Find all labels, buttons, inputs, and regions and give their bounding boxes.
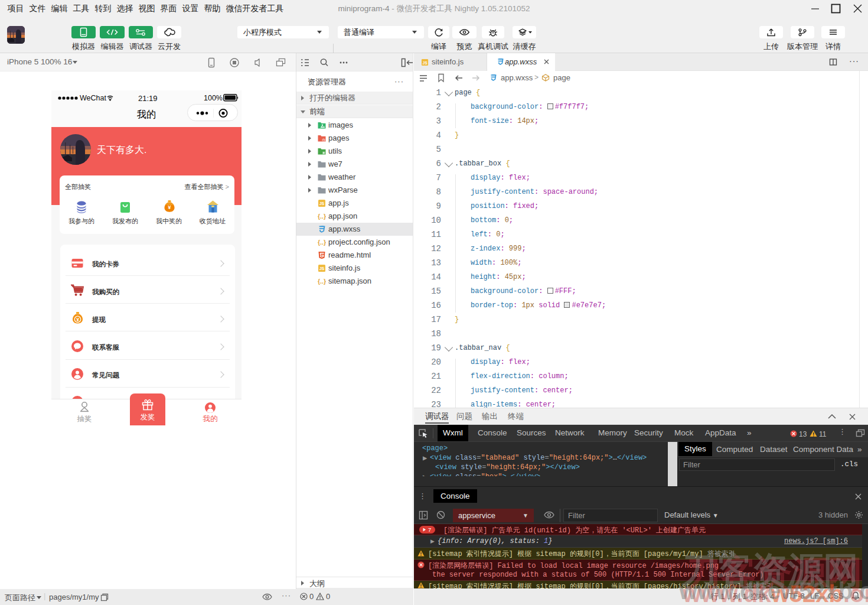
svg-text:WeChat: WeChat [80,94,106,102]
svg-text:JS: JS [319,201,325,206]
svg-text:¥: ¥ [76,317,79,323]
svg-text:e: e [323,138,325,142]
svg-text:{..}: {..} [318,239,326,246]
svg-text:JS: JS [319,266,325,271]
svg-text:JS: JS [423,61,428,65]
svg-text:{..}: {..} [318,213,326,220]
svg-text:7: 7 [428,526,431,533]
svg-text:13: 13 [799,430,807,438]
svg-text:11: 11 [819,430,827,438]
svg-text:{..}: {..} [318,278,326,285]
svg-text:¥: ¥ [168,204,171,210]
